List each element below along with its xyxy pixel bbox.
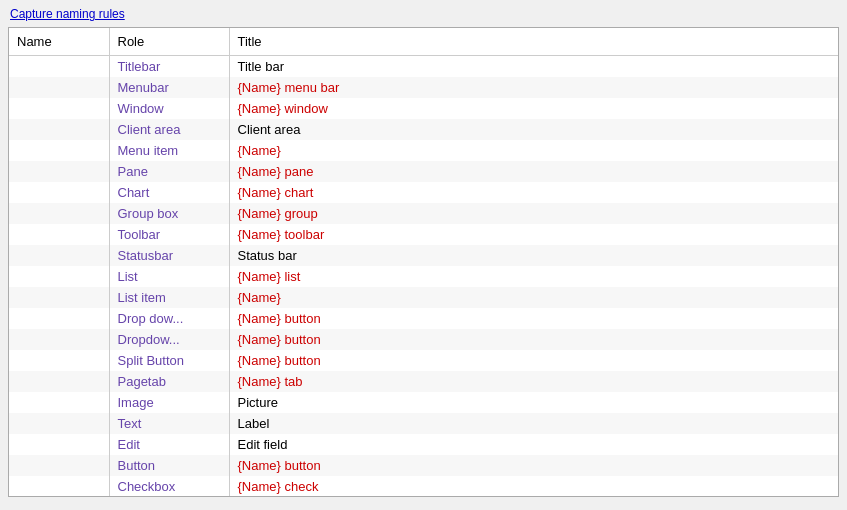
table-row: List item{Name} xyxy=(9,287,838,308)
cell-title: {Name} xyxy=(229,140,838,161)
cell-role: Pane xyxy=(109,161,229,182)
table-row: Split Button{Name} button xyxy=(9,350,838,371)
cell-role: Drop dow... xyxy=(109,308,229,329)
cell-role: Client area xyxy=(109,119,229,140)
table-row: List{Name} list xyxy=(9,266,838,287)
cell-name xyxy=(9,56,109,78)
naming-rules-table: Name Role Title TitlebarTitle barMenubar… xyxy=(9,28,838,496)
cell-role: Split Button xyxy=(109,350,229,371)
cell-name xyxy=(9,119,109,140)
table-container: Name Role Title TitlebarTitle barMenubar… xyxy=(8,27,839,497)
table-row: Group box{Name} group xyxy=(9,203,838,224)
cell-title: {Name} list xyxy=(229,266,838,287)
cell-title: {Name} menu bar xyxy=(229,77,838,98)
cell-title: {Name} button xyxy=(229,455,838,476)
cell-name xyxy=(9,266,109,287)
cell-name xyxy=(9,287,109,308)
table-row: TitlebarTitle bar xyxy=(9,56,838,78)
cell-title: Edit field xyxy=(229,434,838,455)
cell-role: Statusbar xyxy=(109,245,229,266)
cell-title: Status bar xyxy=(229,245,838,266)
table-row: Client areaClient area xyxy=(9,119,838,140)
cell-name xyxy=(9,140,109,161)
cell-title: {Name} chart xyxy=(229,182,838,203)
capture-naming-rules-link[interactable]: Capture naming rules xyxy=(10,7,125,21)
table-row: TextLabel xyxy=(9,413,838,434)
cell-title: {Name} button xyxy=(229,329,838,350)
cell-title: Label xyxy=(229,413,838,434)
cell-name xyxy=(9,245,109,266)
cell-title: {Name} button xyxy=(229,350,838,371)
cell-title: Title bar xyxy=(229,56,838,78)
page-header: Capture naming rules xyxy=(0,0,847,27)
cell-role: Window xyxy=(109,98,229,119)
cell-role: Pagetab xyxy=(109,371,229,392)
table-row: Window{Name} window xyxy=(9,98,838,119)
cell-name xyxy=(9,350,109,371)
cell-title: {Name} group xyxy=(229,203,838,224)
cell-title: {Name} pane xyxy=(229,161,838,182)
table-row: Menubar{Name} menu bar xyxy=(9,77,838,98)
cell-name xyxy=(9,455,109,476)
cell-title: {Name} toolbar xyxy=(229,224,838,245)
table-row: Pagetab{Name} tab xyxy=(9,371,838,392)
cell-role: Checkbox xyxy=(109,476,229,496)
cell-role: Image xyxy=(109,392,229,413)
cell-title: {Name} check xyxy=(229,476,838,496)
cell-title: {Name} button xyxy=(229,308,838,329)
cell-name xyxy=(9,476,109,496)
cell-name xyxy=(9,98,109,119)
table-row: ImagePicture xyxy=(9,392,838,413)
cell-name xyxy=(9,77,109,98)
cell-title: {Name} tab xyxy=(229,371,838,392)
cell-role: Group box xyxy=(109,203,229,224)
table-row: StatusbarStatus bar xyxy=(9,245,838,266)
cell-name xyxy=(9,371,109,392)
cell-role: Text xyxy=(109,413,229,434)
cell-name xyxy=(9,203,109,224)
cell-role: Menubar xyxy=(109,77,229,98)
cell-role: List xyxy=(109,266,229,287)
col-header-title: Title xyxy=(229,28,838,56)
cell-title: Client area xyxy=(229,119,838,140)
cell-role: Toolbar xyxy=(109,224,229,245)
cell-name xyxy=(9,161,109,182)
cell-name xyxy=(9,224,109,245)
table-row: Dropdow...{Name} button xyxy=(9,329,838,350)
cell-title: Picture xyxy=(229,392,838,413)
cell-role: Chart xyxy=(109,182,229,203)
table-row: Drop dow...{Name} button xyxy=(9,308,838,329)
cell-role: List item xyxy=(109,287,229,308)
cell-name xyxy=(9,434,109,455)
table-row: Checkbox{Name} check xyxy=(9,476,838,496)
cell-name xyxy=(9,182,109,203)
cell-role: Titlebar xyxy=(109,56,229,78)
cell-title: {Name} window xyxy=(229,98,838,119)
col-header-name: Name xyxy=(9,28,109,56)
cell-name xyxy=(9,329,109,350)
table-row: Pane{Name} pane xyxy=(9,161,838,182)
table-row: Chart{Name} chart xyxy=(9,182,838,203)
table-scroll-area[interactable]: Name Role Title TitlebarTitle barMenubar… xyxy=(9,28,838,496)
table-row: Toolbar{Name} toolbar xyxy=(9,224,838,245)
cell-role: Button xyxy=(109,455,229,476)
cell-role: Menu item xyxy=(109,140,229,161)
cell-name xyxy=(9,392,109,413)
cell-title: {Name} xyxy=(229,287,838,308)
cell-name xyxy=(9,308,109,329)
cell-role: Dropdow... xyxy=(109,329,229,350)
table-row: Button{Name} button xyxy=(9,455,838,476)
cell-role: Edit xyxy=(109,434,229,455)
table-row: EditEdit field xyxy=(9,434,838,455)
col-header-role: Role xyxy=(109,28,229,56)
table-row: Menu item{Name} xyxy=(9,140,838,161)
cell-name xyxy=(9,413,109,434)
